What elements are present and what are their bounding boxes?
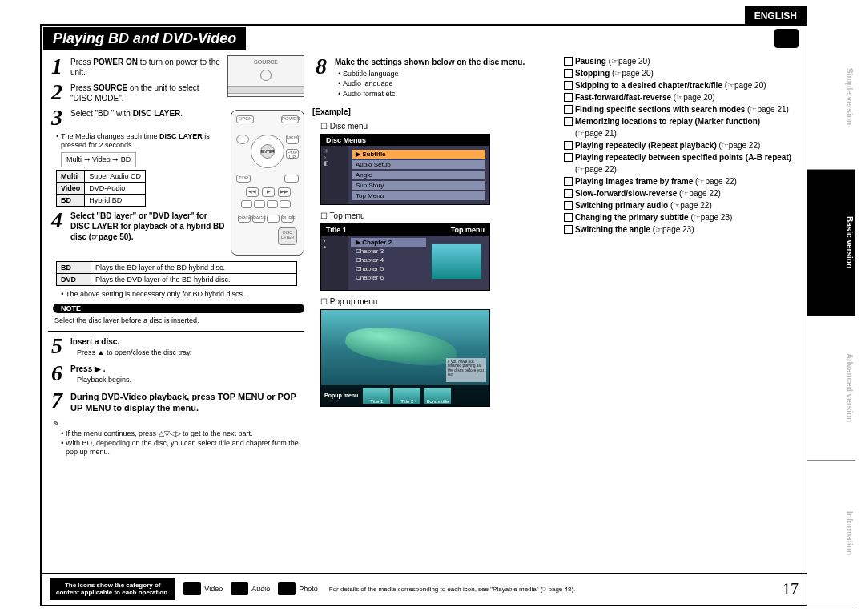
note-label: NOTE (53, 304, 304, 313)
chapter-item: Chapter 5 (351, 264, 426, 273)
column-functions: Pausing (☞page 20)Stopping (☞page 20)Ski… (561, 55, 800, 566)
column-examples: 8 Make the settings shown below on the d… (312, 55, 553, 566)
category-icon (774, 29, 799, 48)
media-change-note: The Media changes each time DISC LAYER i… (54, 132, 226, 151)
language-badge: ENGLISH (745, 6, 807, 26)
function-item: Switching primary audio (☞page 22) (564, 199, 800, 211)
version-tab[interactable]: Advanced version (807, 316, 855, 461)
footer-bar: The icons show the category of content a… (42, 573, 807, 605)
disc-menu-item: ▶ Subtitle (352, 150, 485, 159)
remote-illustration: OPEN POWER ENTER MENU POP UP TOP ◀◀ ▶ ▶▶ (231, 110, 304, 256)
audio-icon: Audio (231, 582, 270, 595)
step-6: 6 Press ▶ . Playback begins. (48, 362, 304, 386)
step-3: 3 Select "BD " with DISC LAYER. (48, 107, 226, 129)
popup-menu-label: ☐ Pop up menu (320, 297, 553, 306)
step-5: 5 Insert a disc. Press ▲ to open/close t… (48, 335, 304, 359)
function-item: Pausing (☞page 20) (564, 55, 800, 67)
disc-menu-item: Sub Story (352, 181, 485, 190)
step-2: 2 Press SOURCE on the unit to select "DI… (48, 81, 223, 103)
version-tab[interactable]: Simple version (807, 24, 855, 170)
version-tab[interactable]: Information (807, 461, 855, 606)
function-item: Memorizing locations to replay (Marker f… (564, 115, 800, 139)
manual-page: ENGLISH Playing BD and DVD-Video 1 Press… (40, 24, 807, 606)
disc-menu-item: Angle (352, 171, 485, 179)
step7-footnotes: If the menu continues, press △▽◁▷ to get… (54, 429, 304, 458)
top-menu-label: ☐ Top menu (320, 211, 553, 220)
disc-menu-screenshot: Disc Menus ☀♪◧ ▶ SubtitleAudio SetupAngl… (320, 134, 490, 205)
popup-thumb: Bonus title (424, 388, 451, 404)
version-tab[interactable]: Basic version (807, 170, 855, 316)
step-4: 4 Select "BD layer" or "DVD layer" for D… (48, 209, 226, 242)
function-item: Finding specific sections with search mo… (564, 103, 800, 115)
top-menu-screenshot: Title 1 Top menu ▪▸ ▶ Chapter 2Chapter 3… (320, 223, 490, 291)
column-steps: 1 Press POWER ON to turn on power to the… (48, 55, 304, 566)
function-item: Changing the primary subtitle (☞page 23) (564, 211, 800, 223)
chapter-item: Chapter 6 (351, 273, 426, 282)
footer-note-box: The icons show the category of content a… (50, 578, 175, 600)
media-flow: Multi ➞ Video ➞ BD (61, 152, 136, 167)
device-illustration: SOURCE (227, 55, 304, 97)
function-list: Pausing (☞page 20)Stopping (☞page 20)Ski… (564, 55, 800, 236)
footer-reference: For details of the media corresponding t… (326, 586, 774, 594)
popup-thumb: Title 1 (363, 388, 390, 404)
layer-table: BDPlays the BD layer of the BD hybrid di… (56, 261, 297, 286)
function-item: Playing repeatedly between specified poi… (564, 151, 800, 175)
page-number: 17 (783, 580, 799, 598)
media-mode-table: MultiSuper Audio CD VideoDVD-Audio BDHyb… (56, 170, 146, 207)
example-label: [Example] (312, 107, 553, 116)
chapter-item: ▶ Chapter 2 (351, 238, 426, 247)
function-item: Slow-forward/slow-reverse (☞page 22) (564, 187, 800, 199)
function-item: Stopping (☞page 20) (564, 67, 800, 79)
page-heading: Playing BD and DVD-Video (43, 27, 246, 50)
photo-icon: Photo (278, 582, 318, 595)
step-1: 1 Press POWER ON to turn on power to the… (48, 55, 223, 78)
version-tabs: Simple versionBasic versionAdvanced vers… (807, 24, 855, 606)
disc-menu-item: Audio Setup (352, 160, 485, 169)
disc-menu-label: ☐ Disc menu (320, 122, 553, 131)
step-8: 8 Make the settings shown below on the d… (312, 55, 553, 101)
popup-menu-screenshot: if you have not finished playing all the… (320, 309, 490, 407)
layer-footnote: The above setting is necessary only for … (54, 290, 304, 300)
note-text: Select the disc layer before a disc is i… (54, 316, 304, 325)
popup-thumb: Title 2 (393, 388, 420, 404)
disc-menu-item: Top Menu (352, 191, 485, 200)
function-item: Playing repeatedly (Repeat playback) (☞p… (564, 139, 800, 151)
function-item: Fast-forward/fast-reverse (☞page 20) (564, 91, 800, 103)
function-item: Skipping to a desired chapter/track/file… (564, 79, 800, 91)
chapter-item: Chapter 4 (351, 256, 426, 264)
chapter-item: Chapter 3 (351, 247, 426, 256)
video-icon: Video (183, 582, 223, 595)
function-item: Playing images frame by frame (☞page 22) (564, 175, 800, 187)
function-item: Switching the angle (☞page 23) (564, 223, 800, 236)
step-7: 7 During DVD-Video playback, press TOP M… (48, 389, 304, 414)
